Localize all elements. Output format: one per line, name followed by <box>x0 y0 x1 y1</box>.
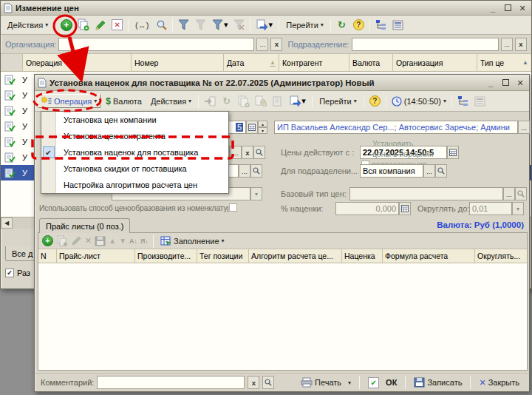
grid-add-button[interactable]: + <box>42 235 53 246</box>
col-operation[interactable]: Операция <box>23 54 132 71</box>
operation-button[interactable]: Операция▾ <box>38 94 100 108</box>
pl-col-n[interactable]: N <box>38 249 57 263</box>
pl-col-pricelist[interactable]: Прайс-лист <box>57 249 135 263</box>
bg-actions-button[interactable]: Действия▾ <box>4 19 52 31</box>
use-pricing-method-checkbox[interactable] <box>229 203 237 212</box>
col-price-type[interactable]: Тип це▲ <box>477 54 531 71</box>
grid-move-down-icon[interactable]: ▼ <box>119 237 126 245</box>
grid-copy-icon[interactable] <box>56 235 68 246</box>
calendar-button[interactable] <box>246 121 258 134</box>
col-number[interactable]: Номер <box>132 54 224 71</box>
delete-button[interactable]: ✕ <box>109 18 125 33</box>
responsible-select-button[interactable]: ... <box>518 121 530 134</box>
bg-minimize-button[interactable]: _ <box>487 3 499 13</box>
contractor-select-button[interactable]: ... <box>230 146 242 159</box>
document-prices-button[interactable] <box>253 94 268 109</box>
pl-col-algorithm[interactable]: Алгоритм расчета це... <box>249 249 342 263</box>
pricing-method-dropdown-button[interactable]: ▾ <box>250 187 262 200</box>
grid-sort-desc-icon[interactable]: Я↓ <box>140 237 149 245</box>
col-contractor[interactable]: Контрагент <box>279 54 349 71</box>
price-lists-body[interactable] <box>38 263 527 370</box>
for-department-field[interactable]: Вся компания <box>360 164 423 178</box>
dialog-titlebar[interactable]: Установка наценок для поставщика № от 22… <box>35 75 529 91</box>
find-button[interactable] <box>154 18 169 33</box>
col-currency[interactable]: Валюта <box>349 54 393 71</box>
refresh-button[interactable]: ↻ <box>334 18 349 33</box>
print-button[interactable]: Печать▾ <box>297 376 355 389</box>
pl-col-round[interactable]: Округлять... <box>475 249 527 263</box>
filter-settings-button[interactable] <box>176 18 191 33</box>
bg-checkbox[interactable]: ✔ <box>5 269 14 277</box>
bg-bottom-tab-all-documents[interactable]: Все д <box>5 246 35 261</box>
bg-goto-button[interactable]: Перейти▾ <box>282 19 327 31</box>
dialog-goto-button[interactable]: Перейти▾ <box>316 95 361 107</box>
copy-document-button[interactable] <box>236 94 251 109</box>
dialog-tree-button[interactable] <box>455 94 471 109</box>
for-department-open-button[interactable] <box>435 164 447 178</box>
org-select-button[interactable]: ... <box>256 38 268 51</box>
dept-select-button[interactable]: ... <box>501 38 513 51</box>
filter-clear-button[interactable] <box>231 18 247 33</box>
scroll-left-button[interactable]: ◀ <box>1 217 13 229</box>
dept-filter-field[interactable] <box>352 38 499 51</box>
add-button[interactable]: + <box>58 18 74 33</box>
pl-col-formula[interactable]: Формула расчета <box>383 249 475 263</box>
fill-button[interactable]: Заполнение▾ <box>158 235 227 247</box>
menu-item-configure-algorithms[interactable]: Настройка алгоритмов расчета цен <box>41 177 228 193</box>
pl-col-markup[interactable]: Наценка <box>342 249 383 263</box>
edit-button[interactable] <box>92 18 108 33</box>
recipient-select-button[interactable]: ... <box>239 164 250 178</box>
base-price-type-open-button[interactable] <box>515 187 527 200</box>
spin-down-button[interactable]: ▾ <box>258 127 267 134</box>
menu-item-set-company-prices[interactable]: Установка цен компании <box>41 112 228 128</box>
spin-up-button[interactable]: ▴ <box>258 121 267 127</box>
col-date[interactable]: Дата▲ <box>224 54 279 71</box>
contractor-open-button[interactable] <box>253 146 265 159</box>
comment-clear-button[interactable]: x <box>248 376 259 389</box>
contractor-clear-button[interactable]: x <box>242 146 253 159</box>
save-button[interactable]: Записать <box>410 376 466 389</box>
for-department-select-button[interactable]: ... <box>423 164 435 178</box>
bg-maximize-button[interactable] <box>502 3 514 13</box>
dialog-minimize-button[interactable]: _ <box>485 78 497 88</box>
resize-columns-button[interactable]: (↔) <box>132 18 152 33</box>
dialog-list-settings-button[interactable] <box>472 94 488 109</box>
pl-col-tag[interactable]: Тег позиции <box>197 249 249 263</box>
grid-sort-asc-icon[interactable]: А↓ <box>129 237 137 245</box>
dialog-help-button[interactable]: ? <box>367 94 383 109</box>
org-clear-button[interactable]: x <box>270 38 282 51</box>
output-list-button[interactable]: ▾ <box>253 18 276 33</box>
responsible-field[interactable]: ИП Васильев Александр Сер...; Автосервис… <box>274 121 518 134</box>
tree-view-button[interactable] <box>373 18 389 33</box>
time-button[interactable]: (14:50:50)▾ <box>389 95 449 108</box>
dialog-output-button[interactable]: ▾ <box>287 94 309 109</box>
grid-save-icon[interactable] <box>95 236 106 246</box>
markup-percent-field[interactable]: 0,000 <box>335 202 399 215</box>
round-to-dropdown[interactable]: 0,01 <box>469 202 512 215</box>
bg-close-button[interactable]: ✕ <box>516 3 528 13</box>
document-structure-button[interactable] <box>270 94 285 109</box>
menu-item-set-supplier-markups[interactable]: ✔ Установка наценок для поставщика <box>41 144 228 161</box>
dialog-actions-button[interactable]: Действия▾ <box>147 95 195 107</box>
dept-clear-button[interactable]: x <box>515 38 527 51</box>
list-settings-button[interactable] <box>390 18 406 33</box>
ok-button[interactable]: ✔ ОК <box>364 376 400 390</box>
comment-field[interactable] <box>97 376 245 389</box>
currency-button[interactable]: $ Валюта <box>102 95 146 108</box>
bg-titlebar[interactable]: Изменение цен _ ✕ <box>1 1 531 16</box>
reread-button[interactable]: ↻ <box>219 94 234 109</box>
help-button[interactable]: ? <box>351 18 366 33</box>
grid-edit-icon[interactable] <box>71 235 82 246</box>
close-button[interactable]: ✕ Закрыть <box>475 377 523 389</box>
grid-delete-icon[interactable]: ✕ <box>85 236 92 246</box>
pl-col-manufacturer[interactable]: Производите... <box>135 249 197 263</box>
menu-item-set-contractor-prices[interactable]: Установка цен контрагента <box>41 128 228 144</box>
menu-item-set-supplier-discount[interactable]: Установка скидки от поставщика <box>41 161 228 177</box>
calculator-button[interactable] <box>399 202 411 215</box>
org-filter-field[interactable] <box>58 38 254 51</box>
base-price-type-field[interactable] <box>349 187 503 200</box>
grid-move-up-icon[interactable]: ▲ <box>109 237 116 245</box>
comment-open-button[interactable] <box>262 376 274 389</box>
base-price-type-select-button[interactable]: ... <box>503 187 515 200</box>
filter-button[interactable] <box>193 18 208 33</box>
